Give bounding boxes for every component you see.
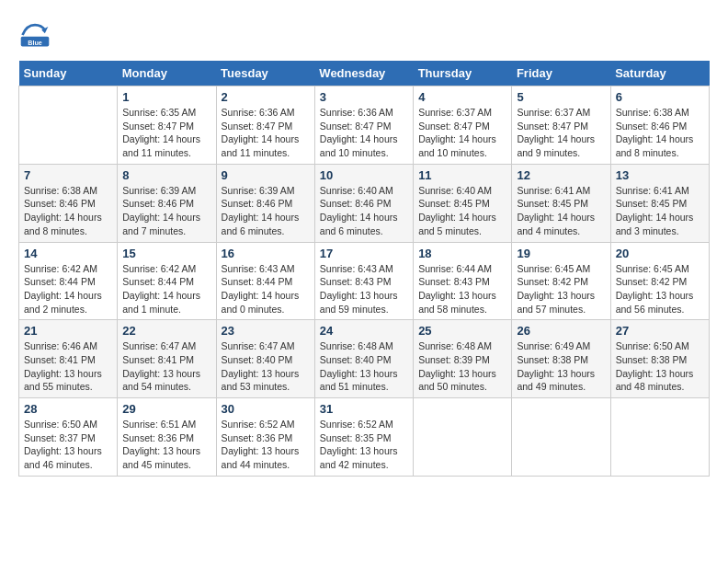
calendar-cell: 8Sunrise: 6:39 AM Sunset: 8:46 PM Daylig… (118, 164, 216, 242)
day-number: 9 (222, 168, 310, 182)
day-number: 24 (320, 324, 408, 338)
day-info: Sunrise: 6:48 AM Sunset: 8:39 PM Dayligh… (418, 339, 506, 394)
day-info: Sunrise: 6:48 AM Sunset: 8:40 PM Dayligh… (320, 339, 408, 394)
day-info: Sunrise: 6:41 AM Sunset: 8:45 PM Dayligh… (517, 184, 605, 238)
day-number: 4 (418, 90, 506, 104)
calendar-cell: 3Sunrise: 6:36 AM Sunset: 8:47 PM Daylig… (314, 86, 413, 165)
day-number: 6 (616, 90, 704, 104)
calendar-cell: 21Sunrise: 6:46 AM Sunset: 8:41 PM Dayli… (19, 320, 118, 398)
day-info: Sunrise: 6:50 AM Sunset: 8:38 PM Dayligh… (616, 339, 704, 394)
day-of-week-header: Tuesday (216, 61, 314, 86)
day-info: Sunrise: 6:42 AM Sunset: 8:44 PM Dayligh… (24, 262, 112, 316)
day-number: 13 (616, 168, 704, 182)
calendar-cell: 12Sunrise: 6:41 AM Sunset: 8:45 PM Dayli… (512, 164, 610, 242)
calendar-cell: 15Sunrise: 6:42 AM Sunset: 8:44 PM Dayli… (118, 242, 216, 320)
day-number: 18 (418, 247, 506, 260)
calendar-cell: 17Sunrise: 6:43 AM Sunset: 8:43 PM Dayli… (314, 242, 413, 320)
day-number: 19 (517, 247, 605, 260)
day-info: Sunrise: 6:47 AM Sunset: 8:41 PM Dayligh… (122, 339, 210, 394)
calendar-cell: 2Sunrise: 6:36 AM Sunset: 8:47 PM Daylig… (216, 86, 314, 165)
page-header: Blue (18, 18, 710, 52)
day-info: Sunrise: 6:36 AM Sunset: 8:47 PM Dayligh… (320, 106, 408, 160)
calendar-cell: 1Sunrise: 6:35 AM Sunset: 8:47 PM Daylig… (118, 86, 216, 165)
day-info: Sunrise: 6:38 AM Sunset: 8:46 PM Dayligh… (24, 184, 112, 238)
day-of-week-header: Monday (118, 61, 216, 86)
day-number: 12 (517, 168, 605, 182)
day-info: Sunrise: 6:39 AM Sunset: 8:46 PM Dayligh… (222, 184, 310, 238)
calendar-cell: 30Sunrise: 6:52 AM Sunset: 8:36 PM Dayli… (216, 398, 314, 477)
calendar-week-row: 14Sunrise: 6:42 AM Sunset: 8:44 PM Dayli… (19, 242, 710, 320)
day-info: Sunrise: 6:39 AM Sunset: 8:46 PM Dayligh… (122, 184, 210, 238)
day-of-week-header: Sunday (19, 61, 118, 86)
day-info: Sunrise: 6:38 AM Sunset: 8:46 PM Dayligh… (616, 106, 704, 160)
calendar-cell (19, 86, 118, 165)
day-number: 31 (320, 402, 408, 416)
day-info: Sunrise: 6:45 AM Sunset: 8:42 PM Dayligh… (616, 262, 704, 316)
calendar-cell: 31Sunrise: 6:52 AM Sunset: 8:35 PM Dayli… (314, 398, 413, 477)
day-number: 25 (418, 324, 506, 338)
day-number: 22 (122, 324, 210, 338)
calendar-week-row: 1Sunrise: 6:35 AM Sunset: 8:47 PM Daylig… (19, 86, 710, 165)
calendar-cell: 13Sunrise: 6:41 AM Sunset: 8:45 PM Dayli… (610, 164, 709, 242)
day-info: Sunrise: 6:50 AM Sunset: 8:37 PM Dayligh… (24, 418, 112, 472)
day-info: Sunrise: 6:37 AM Sunset: 8:47 PM Dayligh… (517, 106, 605, 160)
calendar-table: SundayMondayTuesdayWednesdayThursdayFrid… (18, 61, 710, 477)
day-info: Sunrise: 6:42 AM Sunset: 8:44 PM Dayligh… (122, 262, 210, 316)
calendar-cell: 26Sunrise: 6:49 AM Sunset: 8:38 PM Dayli… (512, 320, 610, 398)
logo: Blue (18, 18, 55, 52)
calendar-cell: 9Sunrise: 6:39 AM Sunset: 8:46 PM Daylig… (216, 164, 314, 242)
calendar-header-row: SundayMondayTuesdayWednesdayThursdayFrid… (19, 61, 710, 86)
calendar-week-row: 28Sunrise: 6:50 AM Sunset: 8:37 PM Dayli… (19, 398, 710, 477)
day-info: Sunrise: 6:37 AM Sunset: 8:47 PM Dayligh… (418, 106, 506, 160)
day-info: Sunrise: 6:40 AM Sunset: 8:46 PM Dayligh… (320, 184, 408, 238)
day-number: 23 (222, 324, 310, 338)
day-number: 15 (122, 247, 210, 260)
day-number: 3 (320, 90, 408, 104)
day-number: 20 (616, 247, 704, 260)
day-of-week-header: Wednesday (314, 61, 413, 86)
day-info: Sunrise: 6:43 AM Sunset: 8:43 PM Dayligh… (320, 262, 408, 316)
day-number: 29 (122, 402, 210, 416)
day-number: 5 (517, 90, 605, 104)
calendar-cell: 27Sunrise: 6:50 AM Sunset: 8:38 PM Dayli… (610, 320, 709, 398)
day-info: Sunrise: 6:49 AM Sunset: 8:38 PM Dayligh… (517, 339, 605, 394)
calendar-cell: 6Sunrise: 6:38 AM Sunset: 8:46 PM Daylig… (610, 86, 709, 165)
calendar-cell: 25Sunrise: 6:48 AM Sunset: 8:39 PM Dayli… (414, 320, 512, 398)
calendar-cell: 18Sunrise: 6:44 AM Sunset: 8:43 PM Dayli… (414, 242, 512, 320)
day-number: 11 (418, 168, 506, 182)
day-number: 28 (24, 402, 112, 416)
day-number: 7 (24, 168, 112, 182)
day-info: Sunrise: 6:47 AM Sunset: 8:40 PM Dayligh… (222, 339, 310, 394)
calendar-cell (610, 398, 709, 477)
svg-text:Blue: Blue (28, 39, 42, 47)
logo-icon: Blue (18, 18, 51, 52)
day-info: Sunrise: 6:45 AM Sunset: 8:42 PM Dayligh… (517, 262, 605, 316)
day-info: Sunrise: 6:36 AM Sunset: 8:47 PM Dayligh… (222, 106, 310, 160)
calendar-cell: 5Sunrise: 6:37 AM Sunset: 8:47 PM Daylig… (512, 86, 610, 165)
calendar-cell: 7Sunrise: 6:38 AM Sunset: 8:46 PM Daylig… (19, 164, 118, 242)
day-of-week-header: Thursday (414, 61, 512, 86)
day-of-week-header: Friday (512, 61, 610, 86)
day-info: Sunrise: 6:46 AM Sunset: 8:41 PM Dayligh… (24, 339, 112, 394)
calendar-cell: 4Sunrise: 6:37 AM Sunset: 8:47 PM Daylig… (414, 86, 512, 165)
calendar-cell: 16Sunrise: 6:43 AM Sunset: 8:44 PM Dayli… (216, 242, 314, 320)
day-info: Sunrise: 6:52 AM Sunset: 8:36 PM Dayligh… (222, 418, 310, 472)
day-info: Sunrise: 6:41 AM Sunset: 8:45 PM Dayligh… (616, 184, 704, 238)
day-info: Sunrise: 6:43 AM Sunset: 8:44 PM Dayligh… (222, 262, 310, 316)
calendar-cell: 23Sunrise: 6:47 AM Sunset: 8:40 PM Dayli… (216, 320, 314, 398)
day-number: 2 (222, 90, 310, 104)
calendar-cell (512, 398, 610, 477)
calendar-cell: 22Sunrise: 6:47 AM Sunset: 8:41 PM Dayli… (118, 320, 216, 398)
calendar-cell: 11Sunrise: 6:40 AM Sunset: 8:45 PM Dayli… (414, 164, 512, 242)
day-number: 16 (222, 247, 310, 260)
day-number: 30 (222, 402, 310, 416)
calendar-cell: 10Sunrise: 6:40 AM Sunset: 8:46 PM Dayli… (314, 164, 413, 242)
day-number: 8 (122, 168, 210, 182)
day-number: 27 (616, 324, 704, 338)
calendar-cell: 14Sunrise: 6:42 AM Sunset: 8:44 PM Dayli… (19, 242, 118, 320)
day-info: Sunrise: 6:52 AM Sunset: 8:35 PM Dayligh… (320, 418, 408, 472)
day-number: 1 (122, 90, 210, 104)
calendar-week-row: 21Sunrise: 6:46 AM Sunset: 8:41 PM Dayli… (19, 320, 710, 398)
day-number: 26 (517, 324, 605, 338)
calendar-cell: 24Sunrise: 6:48 AM Sunset: 8:40 PM Dayli… (314, 320, 413, 398)
